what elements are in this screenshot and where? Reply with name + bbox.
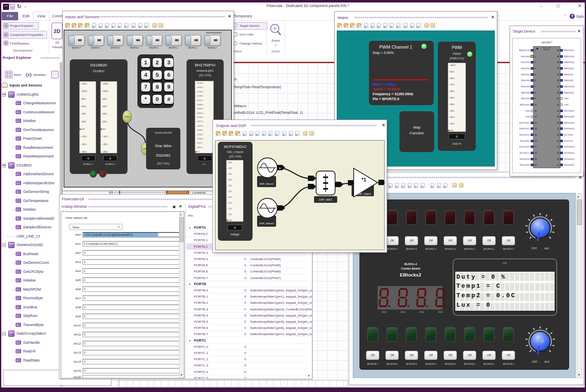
svg-text:DSP_Wave1: DSP_Wave1 (259, 182, 274, 185)
svg-text:DSP_MIX1: DSP_MIX1 (319, 198, 333, 202)
svg-text:*1: *1 (362, 177, 366, 183)
svg-text:1Wire: 1Wire (124, 115, 130, 118)
svg-text:DSP_Wave2: DSP_Wave2 (259, 222, 274, 225)
svg-text:DSP_Gain1: DSP_Gain1 (357, 192, 371, 196)
svg-text:▸: ▸ (279, 167, 281, 169)
